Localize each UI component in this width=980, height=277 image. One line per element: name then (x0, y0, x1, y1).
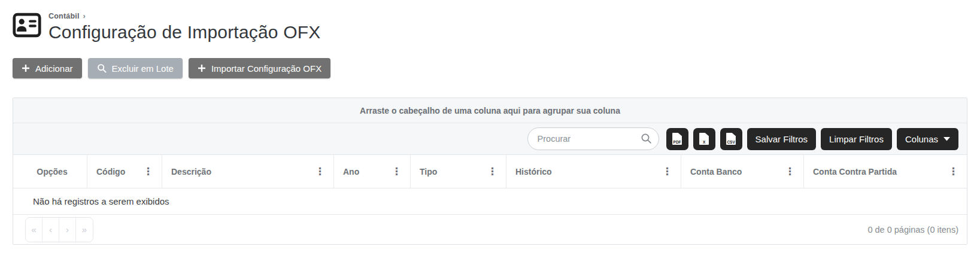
csv-file-icon-label: CSV (726, 140, 736, 144)
column-header-descricao[interactable]: Descrição ⋮ (162, 155, 334, 188)
export-pdf-button[interactable]: PDF (666, 128, 688, 150)
bulk-delete-button[interactable]: Excluir em Lote (88, 58, 183, 78)
save-filters-label: Salvar Filtros (756, 134, 808, 144)
last-page-icon: » (82, 224, 87, 235)
search-icon (97, 63, 107, 73)
first-page-icon: « (31, 224, 36, 235)
column-header-tipo[interactable]: Tipo ⋮ (411, 155, 506, 188)
search-icon (641, 133, 652, 144)
page-title: Configuração de Importação OFX (48, 22, 321, 42)
column-label: Conta Contra Partida (813, 167, 945, 176)
import-ofx-config-button-label: Importar Configuração OFX (211, 63, 321, 74)
column-header-conta-banco[interactable]: Conta Banco ⋮ (681, 155, 804, 188)
next-page-icon: › (66, 224, 69, 235)
column-label: Histórico (515, 167, 659, 176)
action-bar: Adicionar Excluir em Lote Importar Confi… (13, 58, 980, 78)
group-by-drop-zone[interactable]: Arraste o cabeçalho de uma coluna aqui p… (13, 98, 967, 123)
column-menu-icon[interactable]: ⋮ (311, 166, 329, 176)
group-by-hint: Arraste o cabeçalho de uma coluna aqui p… (360, 106, 620, 115)
next-page-button[interactable]: › (59, 218, 76, 242)
export-csv-button[interactable]: CSV (720, 128, 742, 150)
plus-icon (198, 64, 206, 72)
column-header-opcoes[interactable]: Opções (13, 155, 87, 188)
csv-file-icon: CSV (726, 133, 736, 145)
excel-file-icon-label: X (699, 140, 709, 144)
search-input[interactable] (527, 127, 659, 150)
column-label: Tipo (420, 167, 484, 176)
columns-dropdown-label: Colunas (905, 134, 938, 144)
plus-icon (22, 64, 30, 72)
pager-info: 0 de 0 páginas (0 itens) (867, 225, 958, 235)
first-page-button[interactable]: « (26, 218, 43, 242)
data-grid: Arraste o cabeçalho de uma coluna aqui p… (13, 98, 967, 245)
breadcrumb: Contábil › (48, 11, 321, 20)
column-header-row: Opções Código ⋮ Descrição ⋮ Ano ⋮ Tipo ⋮… (13, 155, 967, 188)
column-menu-icon[interactable]: ⋮ (139, 166, 157, 176)
column-header-historico[interactable]: Histórico ⋮ (506, 155, 681, 188)
empty-state-message: Não há registros a serem exibidos (33, 196, 169, 206)
page-header: Contábil › Configuração de Importação OF… (0, 0, 980, 42)
search-field-wrap (527, 127, 659, 150)
column-header-codigo[interactable]: Código ⋮ (87, 155, 162, 188)
column-label: Descrição (171, 167, 311, 176)
caret-down-icon (943, 137, 950, 141)
pagination-bar: « ‹ › » 0 de 0 páginas (0 itens) (13, 215, 967, 244)
pdf-file-icon: PDF (672, 133, 682, 145)
column-menu-icon[interactable]: ⋮ (484, 166, 501, 176)
breadcrumb-item-contabil[interactable]: Contábil (48, 12, 80, 20)
excel-file-icon: X (699, 133, 709, 145)
add-button[interactable]: Adicionar (13, 58, 82, 78)
previous-page-button[interactable]: ‹ (43, 218, 59, 242)
empty-state-row: Não há registros a serem exibidos (13, 188, 967, 215)
previous-page-icon: ‹ (49, 224, 52, 235)
column-menu-icon[interactable]: ⋮ (388, 166, 405, 176)
column-label: Opções (37, 167, 67, 176)
pdf-file-icon-label: PDF (672, 140, 682, 144)
column-menu-icon[interactable]: ⋮ (659, 166, 676, 176)
column-label: Ano (343, 167, 388, 176)
pager-buttons: « ‹ › » (25, 217, 93, 242)
contact-card-icon (13, 13, 41, 38)
grid-toolbar: PDF X CSV Salvar Filtros Limpar Filtros … (13, 123, 967, 155)
clear-filters-button[interactable]: Limpar Filtros (821, 128, 892, 150)
column-header-conta-contra-partida[interactable]: Conta Contra Partida ⋮ (804, 155, 967, 188)
last-page-button[interactable]: » (76, 218, 93, 242)
column-menu-icon[interactable]: ⋮ (781, 166, 799, 176)
export-excel-button[interactable]: X (693, 128, 715, 150)
column-menu-icon[interactable]: ⋮ (945, 166, 962, 176)
columns-dropdown-button[interactable]: Colunas (897, 128, 958, 150)
save-filters-button[interactable]: Salvar Filtros (747, 128, 817, 150)
breadcrumb-separator-icon: › (83, 11, 86, 20)
bulk-delete-button-label: Excluir em Lote (112, 63, 174, 74)
column-label: Código (96, 167, 139, 176)
clear-filters-label: Limpar Filtros (829, 134, 884, 144)
column-label: Conta Banco (690, 167, 781, 176)
add-button-label: Adicionar (35, 63, 73, 74)
column-header-ano[interactable]: Ano ⋮ (334, 155, 411, 188)
import-ofx-config-button[interactable]: Importar Configuração OFX (189, 58, 330, 78)
